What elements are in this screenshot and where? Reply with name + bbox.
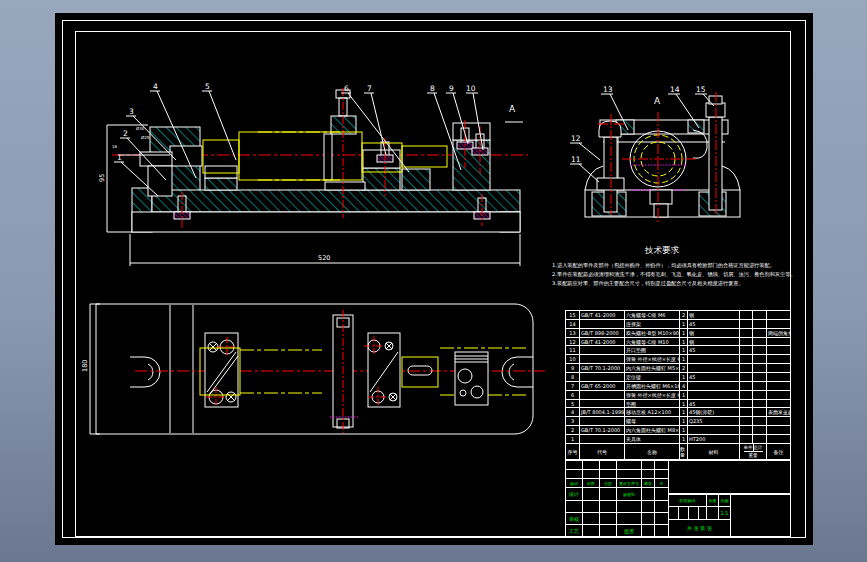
bom-cell-u <box>740 329 753 337</box>
bom-cell-name: 开槽圆柱头螺钉 M6×16 <box>625 382 680 390</box>
bom-cell-remark <box>767 382 790 390</box>
bom-cell-t <box>753 355 767 363</box>
bom-cell-u <box>740 311 753 319</box>
tb-cell <box>582 524 600 537</box>
part-label-4: 4 <box>153 82 158 91</box>
bom-cell-qty: 1 <box>680 391 688 399</box>
bom-row: 6弹簧 外径×线径×长度 6×0.8×281 <box>566 391 790 400</box>
bom-cell-code <box>580 373 625 381</box>
bom-cell-material <box>688 355 740 363</box>
bom-cell-u <box>740 355 753 363</box>
bom-row: 1夹具体1HT200 <box>566 435 790 444</box>
bom-cell-t <box>753 338 767 346</box>
dim-dia2: Ø25 <box>141 135 150 140</box>
bom-cell-code: GB/T 898-2000 <box>580 329 625 337</box>
tech-req-title: 技术要求 <box>644 245 680 255</box>
tb-design-label: 设计 <box>565 487 583 501</box>
bom-rows: 15GB/T 41-2000六角螺母-C级 M62钢14连接架14513GB/T… <box>566 311 790 444</box>
part-label-1: 1 <box>117 153 122 162</box>
tb-approve-label: 批准 <box>616 524 642 537</box>
bom-cell-qty: 2 <box>680 364 688 372</box>
bom-cell-qty: 1 <box>680 426 688 434</box>
bom-row: 13GB/T 898-2000双头螺柱-B型 M10×901钢两端倒角并磨平 <box>566 329 790 338</box>
bom-cell-t <box>753 382 767 390</box>
bom-cell-u <box>740 373 753 381</box>
bom-cell-remark <box>767 373 790 381</box>
bom-cell-t <box>753 346 767 354</box>
bom-cell-seq: 9 <box>566 364 580 372</box>
view-mark-a: A <box>654 96 661 106</box>
bom-cell-code <box>580 355 625 363</box>
bom-cell-seq: 1 <box>566 435 580 443</box>
bom-cell-qty: 2 <box>680 311 688 319</box>
bom-row: 10弹簧 外径×线径×长度 6×0.8×281 <box>566 355 790 364</box>
bom-cell-name: 六角螺母-C级 M10 <box>625 338 680 346</box>
part-label-5: 5 <box>205 82 210 91</box>
tb-drawing-code-cell <box>668 460 791 494</box>
bom-row: 5垫圈145 <box>566 400 790 409</box>
tb-sheets: 共 张 第 张 <box>668 519 731 537</box>
bom-cell-remark <box>767 364 790 372</box>
bom-header-name: 名称 <box>625 444 680 459</box>
part-label-15: 15 <box>696 85 706 94</box>
bom-cell-seq: 4 <box>566 408 580 416</box>
bom-cell-remark <box>767 320 790 328</box>
bom-cell-u <box>740 346 753 354</box>
bom-cell-qty: 1 <box>680 400 688 408</box>
bom-cell-code <box>580 346 625 354</box>
bom-cell-remark: 两端倒角并磨平 <box>767 329 790 337</box>
bom-cell-material: 45 <box>688 373 740 381</box>
tb-cell <box>641 487 655 501</box>
bom-header-qty: 数量 <box>680 444 688 459</box>
bom-cell-name: 弹簧 外径×线径×长度 6×0.8×28 <box>625 355 680 363</box>
bom-cell-t <box>753 311 767 319</box>
bom-row: 14连接架145 <box>566 320 790 329</box>
tb-cell <box>582 487 600 501</box>
bom-cell-u <box>740 391 753 399</box>
bom-cell-material <box>688 426 740 434</box>
part-label-6: 6 <box>344 84 349 93</box>
bom-cell-name: 螺母 <box>625 417 680 425</box>
bom-header-weight-label: 重量 <box>749 452 758 460</box>
bom-row: 3螺母1Q235 <box>566 417 790 426</box>
bom-cell-qty: 1 <box>680 329 688 337</box>
tb-cell <box>654 487 669 501</box>
part-label-7: 7 <box>367 84 372 93</box>
bom-cell-remark <box>767 338 790 346</box>
bom-cell-seq: 5 <box>566 400 580 408</box>
bom-cell-remark <box>767 391 790 399</box>
bom-cell-remark <box>767 355 790 363</box>
bom-cell-qty: 1 <box>680 355 688 363</box>
bom-row: 8定位键145 <box>566 373 790 382</box>
bom-header-seq: 序号 <box>566 444 580 459</box>
bom-cell-material: HT200 <box>688 435 740 443</box>
bom-cell-qty: 4 <box>680 382 688 390</box>
cad-viewer-background: { "drawing": { "views": { "front": { "la… <box>0 0 867 562</box>
bom-row: 2GB/T 70.1-2000内六角圆柱头螺钉 M8×251 <box>566 426 790 435</box>
bom-cell-name: 开口垫圈 <box>625 346 680 354</box>
bom-cell-u <box>740 426 753 434</box>
bom-cell-code <box>580 400 625 408</box>
title-block: 标记 处数 分区 更改文件号 签名 年、月、日 设计 标准化 审核 工艺 批准 … <box>565 460 791 537</box>
bom-cell-t <box>753 373 767 381</box>
tb-cell <box>641 524 655 537</box>
bom-row: 12GB/T 41-2000六角螺母-C级 M101钢 <box>566 338 790 347</box>
bom-cell-qty: 1 <box>680 408 688 416</box>
bom-cell-u <box>740 364 753 372</box>
section-mark-a: A <box>509 104 516 114</box>
tech-req-line-2: 2.零件在装配前必须清理和清洗干净，不得有毛刺、飞边、氧化皮、锈蚀、切屑、油污、… <box>552 271 796 278</box>
bom-cell-code <box>580 417 625 425</box>
bom-cell-qty: 1 <box>680 346 688 354</box>
bom-row: 7GB/T 65-2000开槽圆柱头螺钉 M6×164 <box>566 382 790 391</box>
bom-row: 9GB/T 70.1-2000内六角圆柱头螺钉 M5×202 <box>566 364 790 373</box>
bom-cell-t <box>753 329 767 337</box>
bom-cell-seq: 13 <box>566 329 580 337</box>
bom-cell-name: 内六角圆柱头螺钉 M5×20 <box>625 364 680 372</box>
bom-cell-name: 弹簧 外径×线径×长度 6×0.8×28 <box>625 391 680 399</box>
bom-cell-code: GB/T 70.1-2000 <box>580 426 625 434</box>
front-view <box>107 88 528 266</box>
dim-offset: 16 <box>112 144 118 149</box>
bom-cell-t <box>753 417 767 425</box>
bom-cell-name: 六角螺母-C级 M6 <box>625 311 680 319</box>
bom-cell-seq: 6 <box>566 391 580 399</box>
